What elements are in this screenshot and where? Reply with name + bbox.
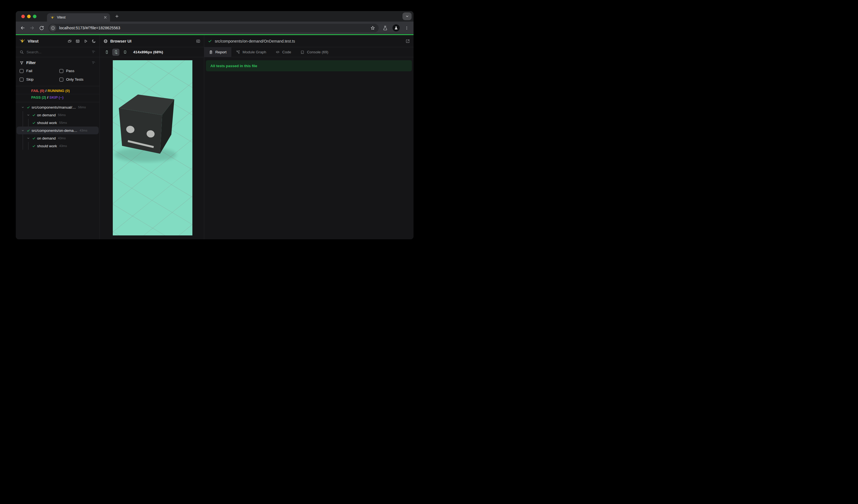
run-all-icon[interactable] [83,39,88,43]
test-file-path: src/components/on-demand/OnDemand.test.t… [215,39,295,43]
stats-line-2: PASS (2)/SKIP (--) [16,94,99,101]
check-icon [31,144,36,148]
code-icon [275,50,280,54]
filter-block: Filter Fail Pass [16,57,99,86]
globe-icon [104,39,108,43]
vitest-logo [19,38,25,44]
search-icon [20,50,24,54]
filter-options: Fail Pass Skip Only Tests [20,69,96,82]
menu-dots-icon[interactable] [404,26,409,30]
chevron-down-icon[interactable] [26,137,31,140]
test-tree: src/components/manual/… 56ms on demand 5… [16,102,99,150]
expand-panel-icon[interactable] [196,39,201,43]
minimize-window-button[interactable] [27,15,31,18]
check-icon [26,129,31,132]
url-bar[interactable]: localhost:5173/#/?file=1828625563 [48,24,379,32]
test-duration: 43ms [80,129,88,132]
app-title: Vitest [28,39,38,43]
viewport-size-label: 414x896px (68%) [133,50,163,54]
skip-count: SKIP (--) [49,95,64,99]
device-tablet-icon[interactable] [121,49,129,56]
pass-count: PASS (2) [31,95,46,99]
browser-panel-header: Browser UI [100,35,204,47]
chevron-down-icon[interactable] [26,114,31,117]
tree-row[interactable]: on demand 56ms [17,111,99,119]
test-stats: FAIL (0)/RUNNING (0) PASS (2)/SKIP (--) [16,86,99,102]
test-duration: 43ms [58,136,66,140]
profile-avatar[interactable] [393,24,400,32]
check-icon [26,105,31,109]
test-duration: 43ms [59,144,67,148]
report-body: All tests passed in this file [204,57,414,239]
dashboard-icon[interactable] [76,39,80,43]
tab-console[interactable]: Console (69) [296,47,333,57]
filter-checkbox-option[interactable]: Skip [20,77,60,82]
sidebar: Vitest [16,35,100,239]
tab-search-button[interactable] [402,13,412,20]
maximize-window-button[interactable] [33,15,36,18]
vitest-ui: Vitest [16,35,414,239]
tree-row[interactable]: on demand 43ms [17,134,99,142]
chevron-down-icon[interactable] [20,106,26,109]
tab-strip: Vitest [16,11,414,21]
tab-title: Vitest [57,15,104,19]
filter-checkbox-option[interactable]: Fail [20,69,60,73]
vitest-favicon [50,15,54,20]
dark-mode-moon-icon[interactable] [92,39,96,43]
clear-filter-icon[interactable] [92,61,96,65]
device-toolbar: 414x896px (68%) [100,47,204,57]
checkbox[interactable] [20,78,23,82]
close-tab-icon[interactable] [104,15,107,19]
chevron-down-icon[interactable] [20,129,26,132]
fail-count: FAIL (0) [31,89,44,93]
clear-filter-icon[interactable] [92,50,96,54]
tab-report[interactable]: Report [204,47,232,57]
app-preview-canvas[interactable] [113,60,192,235]
experiments-flask-icon[interactable] [383,26,388,31]
browser-preview-panel: Browser UI 414x896px (68%) [100,35,204,239]
collapse-panels-icon[interactable] [67,39,72,43]
check-icon [31,113,36,117]
checkbox[interactable] [60,69,63,73]
filter-funnel-icon [20,61,24,65]
traffic-lights [21,15,36,18]
tree-row[interactable]: should work 55ms [17,119,99,127]
check-icon [31,136,36,140]
tab-module-graph[interactable]: Module Graph [232,47,271,57]
checkbox[interactable] [20,69,23,73]
filter-checkbox-option[interactable]: Pass [60,69,96,73]
url-text: localhost:5173/#/?file=1828625563 [59,26,120,30]
report-icon [209,50,213,54]
tree-row[interactable]: src/components/on-dema… 43ms [17,127,99,134]
filter-checkbox-option[interactable]: Only Tests [60,77,96,82]
filter-title: Filter [26,61,36,65]
browser-tab-vitest[interactable]: Vitest [47,13,110,21]
bookmark-star-icon[interactable] [370,26,375,31]
site-info-icon[interactable] [49,25,57,32]
device-phone-icon[interactable] [103,49,110,56]
stats-line-1: FAIL (0)/RUNNING (0) [16,87,99,94]
tree-row[interactable]: src/components/manual/… 56ms [17,103,99,111]
back-icon[interactable] [18,23,27,33]
reload-icon[interactable] [37,23,46,33]
open-external-icon[interactable] [406,39,410,43]
tab-code[interactable]: Code [271,47,296,57]
running-count: RUNNING (0) [48,89,70,93]
close-window-button[interactable] [21,15,25,18]
device-add-icon[interactable] [112,49,120,56]
check-icon [31,121,36,125]
module-graph-icon [236,50,240,54]
report-panel: src/components/on-demand/OnDemand.test.t… [204,35,414,239]
new-tab-button[interactable] [113,12,121,20]
search-input[interactable] [27,50,92,54]
test-duration: 56ms [78,105,86,109]
test-duration: 55ms [59,121,67,124]
report-tabs: Report Module Graph Code Console (69) [204,47,414,57]
tree-row[interactable]: should work 43ms [17,142,99,150]
forward-icon[interactable] [27,23,37,33]
all-tests-passed-banner: All tests passed in this file [206,60,412,71]
checkbox[interactable] [60,78,63,82]
robot-cube-scene [113,60,192,235]
browser-window: Vitest localhost:5173/#/?file=1828625563 [16,11,414,239]
preview-area [100,57,204,239]
